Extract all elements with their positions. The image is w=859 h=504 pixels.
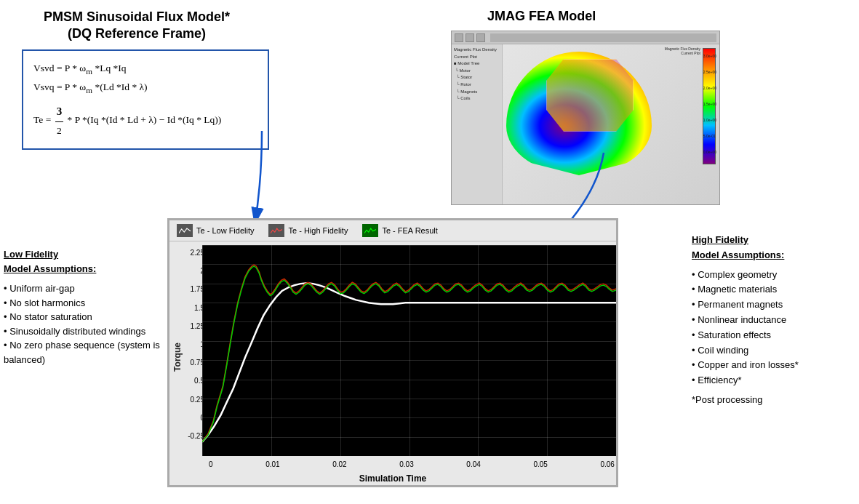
lf-item3: • No stator saturation xyxy=(4,310,164,324)
hf-item1: • Complex geometry xyxy=(692,268,852,283)
plot-area xyxy=(202,245,616,456)
equation-line2: Vsvq = P * ωm *(Ld *Id * λ) xyxy=(33,79,257,97)
low-fidelity-line xyxy=(202,283,616,441)
hf-item2: • Magnetic materials xyxy=(692,282,852,297)
low-fidelity-title1: Low Fidelity xyxy=(4,247,164,262)
pmsm-title-line1: PMSM Sinusoidal Flux Model* xyxy=(44,9,230,25)
fea-colorbar-title: Magnetic Flux DensityCurrent Plot xyxy=(665,47,700,55)
legend-icon-fea xyxy=(362,224,378,237)
hf-item5: • Saturation effects xyxy=(692,328,852,343)
low-fidelity-items: • Uniform air-gap • No slot harmonics • … xyxy=(4,281,164,367)
legend-item-low: Te - Low Fidelity xyxy=(177,224,254,237)
fea-toolbar xyxy=(452,31,719,44)
fea-toolbar-btn xyxy=(455,33,463,42)
low-fidelity-title2: Model Assumptions: xyxy=(4,262,164,276)
hf-item6: • Coil winding xyxy=(692,343,852,359)
lf-item4: • Sinusoidally distributed windings xyxy=(4,324,164,339)
legend-icon-high xyxy=(268,224,284,237)
high-fidelity-items: • Complex geometry • Magnetic materials … xyxy=(692,268,852,388)
legend-label-high: Te - High Fidelity xyxy=(288,226,348,235)
hf-item4: • Nonlinear inductance xyxy=(692,313,852,328)
x-axis-label: Simulation Time xyxy=(169,472,616,485)
chart-plot: Torque 2.25 2 1.75 1.5 1.25 1 0.75 0.5 0… xyxy=(169,241,616,472)
legend-label-fea: Te - FEA Result xyxy=(382,226,437,235)
pmsm-title: PMSM Sinusoidal Flux Model* (DQ Referenc… xyxy=(44,9,230,43)
legend-item-high: Te - High Fidelity xyxy=(268,224,348,237)
hf-item3: • Permanent magnets xyxy=(692,297,852,313)
high-fidelity-section: High Fidelity Model Assumptions: • Compl… xyxy=(692,233,852,408)
plot-svg xyxy=(202,245,616,456)
legend-item-fea: Te - FEA Result xyxy=(362,224,437,237)
chart-legend: Te - Low Fidelity Te - High Fidelity Te … xyxy=(169,220,616,241)
lf-item2: • No slot harmonics xyxy=(4,296,164,311)
fea-toolbar-btn3 xyxy=(476,33,485,42)
low-fidelity-section: Low Fidelity Model Assumptions: • Unifor… xyxy=(4,247,164,367)
pmsm-title-line2: (DQ Reference Frame) xyxy=(44,25,230,42)
x-ticks: 0 0.01 0.02 0.03 0.04 0.05 0.06 xyxy=(207,456,616,472)
equation-fraction: 3 2 xyxy=(55,102,64,140)
fea-toolbar-btn2 xyxy=(466,33,474,42)
lf-item5: • No zero phase sequence (system is bala… xyxy=(4,338,164,367)
hf-footnote: *Post processing xyxy=(692,393,852,408)
equation-line1: Vsvd = P * ωm *Lq *Iq xyxy=(33,60,257,79)
arrow-eq-to-chart xyxy=(204,131,320,233)
lf-item1: • Uniform air-gap xyxy=(4,281,164,296)
high-fidelity-title2: Model Assumptions: xyxy=(692,248,852,263)
high-fidelity-title1: High Fidelity xyxy=(692,233,852,248)
legend-icon-low xyxy=(177,224,193,237)
legend-label-low: Te - Low Fidelity xyxy=(196,226,254,235)
chart-container: Te - Low Fidelity Te - High Fidelity Te … xyxy=(167,218,618,487)
hf-item7: • Copper and iron losses* xyxy=(692,358,852,373)
fea-result-line xyxy=(202,266,616,442)
hf-item8: • Efficiency* xyxy=(692,373,852,388)
jmag-title: JMAG FEA Model xyxy=(487,9,596,24)
